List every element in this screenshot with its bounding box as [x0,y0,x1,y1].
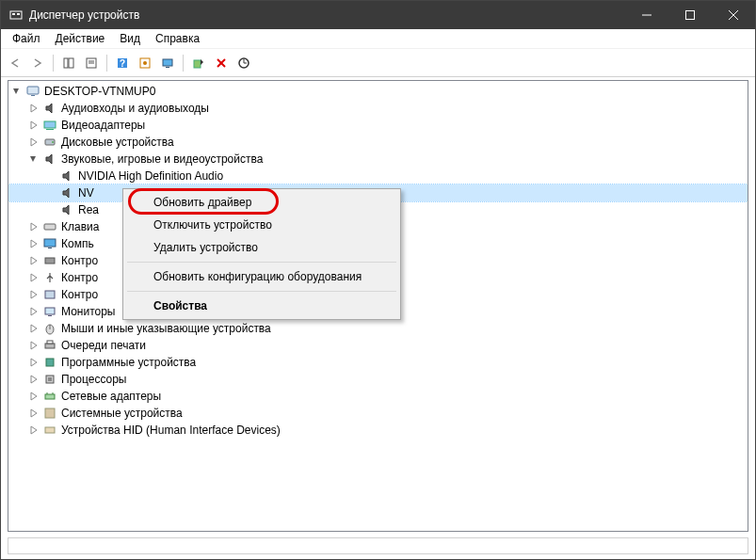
expander-icon[interactable] [27,152,40,166]
context-scan-hardware[interactable]: Обновить конфигурацию оборудования [125,265,398,288]
maximize-button[interactable] [668,1,712,29]
show-hide-tree-button[interactable] [58,53,79,73]
expander-icon[interactable] [27,356,40,369]
svg-rect-8 [69,58,73,68]
svg-rect-29 [44,239,56,247]
spacer [44,169,57,183]
expander-icon[interactable] [27,288,40,301]
tree-item-mice[interactable]: Мыши и иные указывающие устройства [8,320,748,337]
tree-item-video-adapters[interactable]: Видеоадаптеры [8,117,748,134]
svg-rect-1 [12,13,15,15]
svg-rect-41 [48,377,52,381]
tree-label: Мыши и иные указывающие устройства [61,322,277,335]
expander-icon[interactable] [27,271,40,284]
svg-rect-16 [163,59,172,66]
minimize-button[interactable] [625,1,668,29]
expander-icon[interactable] [27,305,40,318]
svg-text:?: ? [120,58,125,69]
context-disable-device[interactable]: Отключить устройство [125,214,398,236]
tree-item-system-devices[interactable]: Системные устройства [8,405,748,422]
svg-rect-17 [166,67,169,68]
svg-point-27 [52,141,54,143]
controller-icon [42,253,57,268]
context-menu: Обновить драйвер Отключить устройство Уд… [122,188,401,320]
help-toolbar-button[interactable]: ? [112,53,133,73]
tree-label: NV [78,186,100,200]
mouse-icon [42,321,57,336]
expander-icon[interactable] [27,119,40,132]
tree-item-processors[interactable]: Процессоры [8,371,748,388]
action-toolbar-button[interactable] [135,53,155,73]
menu-view[interactable]: Вид [112,30,148,47]
svg-rect-23 [31,95,35,96]
svg-rect-38 [47,341,53,344]
expander-icon[interactable] [27,424,40,437]
network-icon [42,389,57,404]
properties-toolbar-button[interactable] [81,53,102,73]
expander-icon[interactable] [27,339,40,352]
expander-icon[interactable] [27,237,40,250]
expander-icon[interactable] [27,254,40,267]
usb-icon [42,270,57,285]
tree-item-network-adapters[interactable]: Сетевые адаптеры [8,388,748,405]
svg-rect-42 [45,394,55,399]
tree-label: Программные устройства [61,356,201,369]
tree-item-nvidia-hda[interactable]: NVIDIA High Definition Audio [8,168,748,184]
expander-icon[interactable] [27,373,40,386]
speaker-icon [59,168,74,184]
svg-rect-39 [46,359,54,366]
expander-icon[interactable] [27,102,40,115]
tree-item-sound-game-video[interactable]: Звуковые, игровые и видеоустройства [8,151,748,168]
computer-icon [25,84,40,99]
svg-rect-45 [45,408,55,418]
svg-point-15 [143,61,147,65]
spacer [44,203,57,216]
tree-item-software-devices[interactable]: Программные устройства [8,354,748,371]
tree-label: NVIDIA High Definition Audio [78,169,229,183]
tree-item-hid-devices[interactable]: Устройства HID (Human Interface Devices) [8,422,748,439]
monitor-icon [42,236,57,251]
expander-icon[interactable] [27,220,40,233]
tree-item-print-queues[interactable]: Очереди печати [8,337,748,354]
expander-icon[interactable] [27,407,40,420]
keyboard-icon [42,219,57,234]
context-remove-device[interactable]: Удалить устройство [125,236,398,259]
menubar: Файл Действие Вид Справка [1,29,755,49]
close-button[interactable] [712,1,755,29]
tree-label: Очереди печати [61,339,152,352]
scan-hardware-toolbar-button[interactable] [233,53,254,73]
tree-label: Системные устройства [61,407,188,420]
tree-item-disk-devices[interactable]: Дисковые устройства [8,134,748,151]
cpu-icon [42,372,57,387]
menu-action[interactable]: Действие [48,30,113,47]
expander-icon[interactable] [10,85,24,98]
tree-label: Видеоадаптеры [61,119,151,132]
tree-label: Клавиа [61,220,105,233]
svg-rect-33 [45,308,55,314]
expander-icon[interactable] [27,390,40,403]
svg-rect-32 [45,291,55,298]
hid-icon [42,423,57,438]
uninstall-toolbar-button[interactable] [211,53,232,73]
printer-icon [42,338,57,353]
svg-rect-4 [686,11,695,20]
tree-root[interactable]: DESKTOP-VTNMUP0 [8,83,748,100]
back-button[interactable] [5,53,25,73]
expander-icon[interactable] [27,136,40,149]
speaker-icon [59,185,74,200]
window-title: Диспетчер устройств [29,8,625,22]
svg-rect-22 [27,87,39,94]
tree-label: Аудиовходы и аудиовыходы [61,102,215,115]
tree-item-audio-io[interactable]: Аудиовходы и аудиовыходы [8,100,748,117]
forward-button[interactable] [27,53,48,73]
tree-label: Сетевые адаптеры [61,390,167,403]
update-driver-toolbar-button[interactable] [188,53,209,73]
menu-help[interactable]: Справка [148,30,207,47]
expander-icon[interactable] [27,322,40,335]
monitor-toolbar-button[interactable] [157,53,178,73]
context-properties[interactable]: Свойства [125,295,398,317]
speaker-icon [59,202,74,217]
context-update-driver[interactable]: Обновить драйвер [125,191,398,214]
menu-file[interactable]: Файл [5,30,48,47]
toolbar: ? [1,49,755,77]
